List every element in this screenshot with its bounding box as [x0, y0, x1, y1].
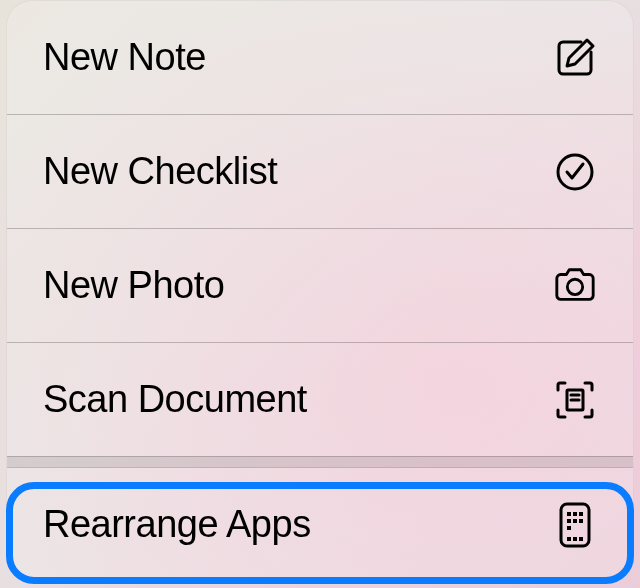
- menu-section-separator: [7, 456, 633, 468]
- svg-rect-6: [567, 512, 571, 516]
- menu-item-new-photo[interactable]: New Photo: [7, 229, 633, 342]
- context-menu: New Note New Checklist New Photo: [6, 0, 634, 582]
- svg-point-1: [567, 279, 582, 294]
- svg-rect-9: [567, 519, 571, 523]
- compose-icon: [553, 36, 597, 80]
- menu-item-label: New Checklist: [43, 150, 277, 193]
- menu-item-new-note[interactable]: New Note: [7, 1, 633, 114]
- menu-item-label: New Photo: [43, 264, 224, 307]
- document-scanner-icon: [553, 378, 597, 422]
- menu-item-label: Scan Document: [43, 378, 307, 421]
- svg-rect-13: [567, 537, 571, 541]
- svg-rect-15: [579, 537, 583, 541]
- svg-rect-12: [567, 526, 571, 530]
- svg-rect-7: [573, 512, 577, 516]
- menu-item-label: Rearrange Apps: [43, 503, 311, 546]
- apps-iphone-icon: [553, 503, 597, 547]
- checkmark-circle-icon: [553, 150, 597, 194]
- menu-item-rearrange-apps[interactable]: Rearrange Apps: [7, 468, 633, 581]
- menu-item-scan-document[interactable]: Scan Document: [7, 343, 633, 456]
- menu-item-new-checklist[interactable]: New Checklist: [7, 115, 633, 228]
- svg-rect-14: [573, 537, 577, 541]
- menu-item-label: New Note: [43, 36, 206, 79]
- svg-rect-10: [573, 519, 577, 523]
- svg-rect-11: [579, 519, 583, 523]
- svg-rect-8: [579, 512, 583, 516]
- camera-icon: [553, 264, 597, 308]
